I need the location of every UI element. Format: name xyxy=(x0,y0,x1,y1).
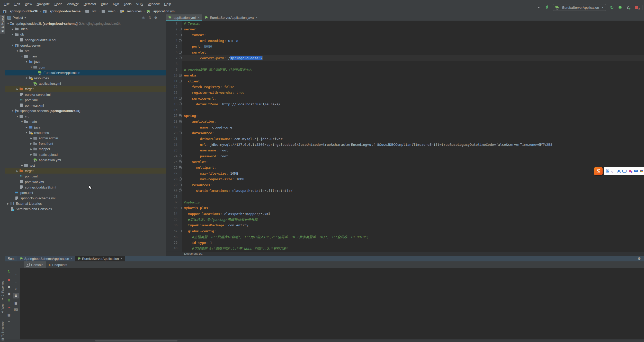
expanded-arrow-icon[interactable]: ▼ xyxy=(6,22,10,25)
gear-icon[interactable]: ⚙ xyxy=(154,16,157,20)
editor-tab-application.yml[interactable]: application.yml× xyxy=(166,14,202,21)
tree-row-.idea[interactable]: ▶.idea xyxy=(5,26,166,32)
locate-file-icon[interactable]: ◎ xyxy=(142,16,145,20)
tree-row-target[interactable]: ▶target xyxy=(5,86,166,92)
collapse-all-icon[interactable]: ⇅ xyxy=(148,16,151,20)
code-area[interactable]: 1# Tomcat2server:3 tomcat:4 uri-encoding… xyxy=(166,21,644,252)
tree-row-springclouddze3k[interactable]: ▼springclouddze3k [springcloud-schema] G… xyxy=(5,21,166,26)
tool-window-button-favorites[interactable]: ★ 2: Favorites xyxy=(0,280,5,301)
clear-all-button[interactable]: ⌧ xyxy=(13,307,19,313)
menu-file[interactable]: File xyxy=(2,1,12,7)
code-line-13[interactable]: 13 register-with-eureka: true xyxy=(166,90,644,96)
tree-row-springcloud-schema.iml[interactable]: springcloud-schema.iml xyxy=(5,195,166,201)
menu-build[interactable]: Build xyxy=(99,1,111,7)
expanded-arrow-icon[interactable]: ▼ xyxy=(15,50,19,52)
breadcrumb-item-springboot-schema[interactable]: springboot-schema xyxy=(43,9,81,13)
fold-marker-icon[interactable] xyxy=(178,96,182,101)
code-line-22[interactable]: 22 url: jdbc:mysql://127.0.0.1:3306/spri… xyxy=(166,142,644,147)
menu-vcs[interactable]: VCS xyxy=(134,1,145,7)
fold-marker-icon[interactable] xyxy=(178,228,182,234)
menu-window[interactable]: Window xyxy=(145,1,162,7)
fold-marker-icon[interactable] xyxy=(178,38,182,44)
menu-run[interactable]: Run xyxy=(111,1,121,7)
collapsed-arrow-icon[interactable]: ▶ xyxy=(15,170,19,172)
tree-row-src[interactable]: ▼src xyxy=(5,114,166,119)
ime-language-button[interactable]: 英 xyxy=(605,168,610,174)
code-line-9[interactable]: 9# eureka配置 客户端配置，注册到服务中心 xyxy=(166,67,644,72)
code-line-38[interactable]: 38 #主键类型 0:"数据库ID自增", 1:"用户输入ID",2:"全局唯一… xyxy=(166,234,644,240)
editor-tab-EurekaServerApplication.java[interactable]: EurekaServerApplication.java× xyxy=(202,14,260,21)
code-line-5[interactable]: 5 port: 8080 xyxy=(166,44,644,49)
menu-analyze[interactable]: Analyze xyxy=(65,1,81,7)
tree-row-Scratches and Consoles[interactable]: Scratches and Consoles xyxy=(5,206,166,212)
code-line-12[interactable]: 12 fetch-registry: false xyxy=(166,84,644,90)
tree-row-pom-war.xml[interactable]: pom-war.xml xyxy=(5,179,166,184)
tree-row-front.front[interactable]: ▶front.front xyxy=(5,141,166,146)
tree-row-springboot-schema[interactable]: ▼springboot-schema [springclouddze3k] xyxy=(5,108,166,114)
fold-marker-icon[interactable] xyxy=(178,49,182,55)
breadcrumb-item-main[interactable]: main xyxy=(101,9,115,13)
breadcrumb-item-application.yml[interactable]: application.yml xyxy=(146,9,175,13)
collapsed-arrow-icon[interactable]: ▶ xyxy=(29,153,33,156)
collapsed-arrow-icon[interactable]: ▶ xyxy=(29,137,33,140)
code-line-32[interactable]: 32#mybatis xyxy=(166,199,644,205)
thread-dump-button[interactable]: ❆ xyxy=(6,297,12,303)
stop-button[interactable]: 2 xyxy=(634,5,639,10)
game-mode-button[interactable] xyxy=(633,168,638,174)
fold-marker-icon[interactable] xyxy=(178,26,182,32)
collapsed-arrow-icon[interactable]: ▶ xyxy=(25,126,29,129)
fold-marker-icon[interactable] xyxy=(178,188,182,193)
code-line-14[interactable]: 14 service-url: xyxy=(166,96,644,101)
tree-row-target[interactable]: ▶target xyxy=(5,168,166,174)
expanded-arrow-icon[interactable]: ▼ xyxy=(11,110,15,112)
code-line-33[interactable]: 33mybatis-plus: xyxy=(166,205,644,211)
tool-window-button-web[interactable]: ⊕ Web xyxy=(0,302,5,314)
breadcrumb-item-springclouddze3k[interactable]: springclouddze3k xyxy=(3,9,38,13)
console-tab-Console[interactable]: Console xyxy=(24,261,46,268)
menu-navigate[interactable]: Navigate xyxy=(34,1,52,7)
breadcrumb-item-src[interactable]: src xyxy=(85,9,96,13)
tree-row-pom.xml[interactable]: pom.xml xyxy=(5,174,166,179)
code-line-17[interactable]: 17spring: xyxy=(166,113,644,118)
tree-row-pom-war.xml[interactable]: pom-war.xml xyxy=(5,103,166,108)
code-line-15[interactable]: 15 defaultZone: http://localhost:8761/eu… xyxy=(166,101,644,107)
code-line-27[interactable]: 27 max-file-size: 10MB xyxy=(166,170,644,176)
fold-marker-icon[interactable] xyxy=(178,176,182,182)
down-stack-button[interactable]: ↓ xyxy=(13,279,19,285)
expanded-arrow-icon[interactable]: ▼ xyxy=(25,77,29,79)
tree-row-application.yml[interactable]: application.yml xyxy=(5,81,166,86)
code-line-37[interactable]: 37 global-config: xyxy=(166,228,644,234)
build-button[interactable] xyxy=(544,5,550,10)
pin-button[interactable]: ⌖ xyxy=(6,319,12,324)
tree-row-admin.admin[interactable]: ▶admin.admin xyxy=(5,135,166,141)
code-line-24[interactable]: 24 password: root xyxy=(166,153,644,159)
code-line-25[interactable]: 25 servlet: xyxy=(166,159,644,165)
close-icon[interactable]: × xyxy=(121,257,122,260)
scrollbar-thumb[interactable] xyxy=(95,340,177,341)
collapsed-arrow-icon[interactable]: ▶ xyxy=(15,88,19,90)
menu-view[interactable]: View xyxy=(22,1,34,7)
close-icon[interactable]: × xyxy=(256,16,258,19)
run-anything-button[interactable] xyxy=(536,5,541,10)
tree-row-src[interactable]: ▼src xyxy=(5,48,166,54)
console-tab-Endpoints[interactable]: ◈Endpoints xyxy=(46,261,69,268)
debug-button[interactable] xyxy=(618,5,623,10)
code-line-29[interactable]: 29 resources: xyxy=(166,182,644,188)
expanded-arrow-icon[interactable]: ▼ xyxy=(20,55,24,58)
menu-help[interactable]: Help xyxy=(162,1,173,7)
code-line-8[interactable]: 8 xyxy=(166,61,644,67)
code-line-16[interactable]: 16 xyxy=(166,107,644,113)
code-line-11[interactable]: 11 client: xyxy=(166,78,644,84)
gear-icon[interactable]: ⚙ xyxy=(638,256,641,261)
expanded-arrow-icon[interactable]: ▼ xyxy=(11,33,15,36)
soft-wrap-button[interactable]: ↩ xyxy=(13,286,19,292)
horizontal-scrollbar[interactable] xyxy=(5,339,644,342)
code-line-1[interactable]: 1# Tomcat xyxy=(166,21,644,26)
fold-marker-icon[interactable] xyxy=(178,113,182,118)
fold-marker-icon[interactable] xyxy=(178,205,182,211)
pause-button[interactable]: ▮▮ xyxy=(6,284,12,290)
run-tab-EurekaServerApplication[interactable]: EurekaServerApplication× xyxy=(75,256,125,261)
tree-row-java[interactable]: ▼java xyxy=(5,59,166,64)
fold-marker-icon[interactable] xyxy=(178,119,182,124)
ime-punctuation-button[interactable]: ·， xyxy=(611,168,615,174)
